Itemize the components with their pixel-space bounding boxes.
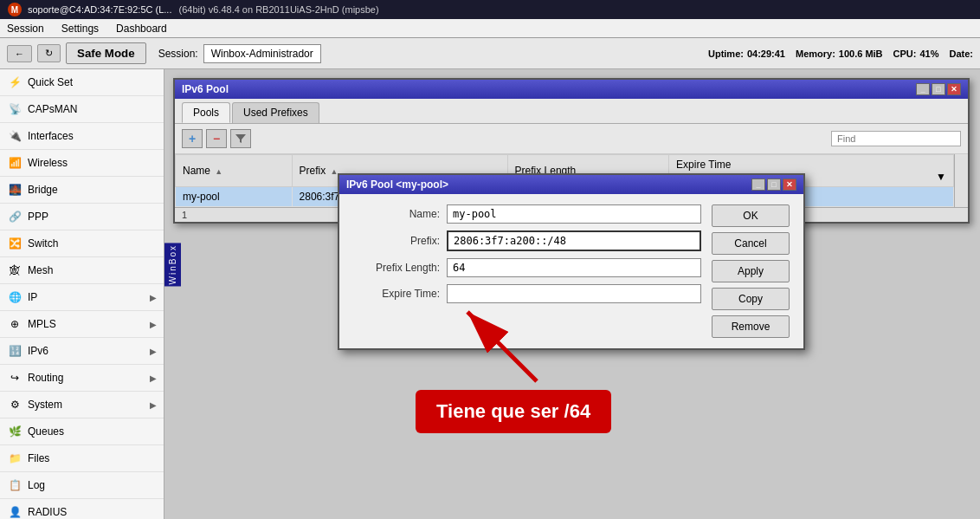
dialog-maximize-button[interactable]: □ [767, 178, 781, 191]
sidebar-label-queues: Queues [28, 425, 64, 438]
safe-mode-button[interactable]: Safe Mode [66, 42, 146, 64]
close-button[interactable]: ✕ [947, 83, 961, 95]
remove-button[interactable]: Remove [712, 315, 790, 338]
dialog-title: IPv6 Pool <my-pool> [346, 178, 448, 191]
name-label: Name: [353, 208, 440, 220]
sidebar-label-ppp: PPP [28, 211, 48, 223]
quick-set-icon: ⚡ [7, 75, 23, 90]
log-icon: 📋 [7, 477, 23, 493]
remove-button[interactable]: − [206, 129, 227, 148]
maximize-button[interactable]: □ [932, 83, 945, 95]
ipv6-pool-titlebar: IPv6 Pool _ □ ✕ [175, 80, 968, 99]
menu-session[interactable]: Session [3, 21, 48, 36]
dialog-minimize-button[interactable]: _ [751, 178, 765, 191]
files-icon: 📁 [7, 451, 23, 466]
tabs-row: Pools Used Prefixes [175, 99, 968, 124]
sidebar-item-quick-set[interactable]: ⚡Quick Set [0, 69, 164, 96]
sidebar-label-switch: Switch [28, 237, 58, 250]
prefix-length-input[interactable] [447, 258, 701, 277]
sidebar-arrow-icon: ▶ [150, 373, 157, 383]
sidebar-item-routing[interactable]: ↪Routing▶ [0, 365, 164, 392]
cell-name: my-pool [176, 187, 293, 207]
minimize-button[interactable]: _ [916, 83, 930, 95]
sidebar-label-ip: IP [28, 291, 37, 303]
prefix-row: Prefix: [353, 230, 701, 251]
sidebar-arrow-icon: ▶ [150, 293, 157, 302]
sidebar-item-mpls[interactable]: ⊕MPLS▶ [0, 311, 164, 338]
prefix-label: Prefix: [353, 235, 440, 247]
sidebar-label-interfaces: Interfaces [28, 130, 74, 142]
sidebar-label-radius: RADIUS [28, 506, 67, 518]
name-input[interactable] [447, 204, 701, 224]
prefix-length-label: Prefix Length: [353, 262, 440, 274]
mpls-icon: ⊕ [7, 316, 23, 332]
session-value: Winbox-Administrador [203, 44, 321, 63]
sidebar-arrow-icon: ▶ [150, 347, 157, 356]
table-scrollbar[interactable] [954, 154, 968, 207]
sidebar-item-mesh[interactable]: 🕸Mesh [0, 257, 164, 284]
sidebar: ⚡Quick Set📡CAPsMAN🔌Interfaces📶Wireless🌉B… [0, 69, 164, 519]
sidebar-item-log[interactable]: 📋Log [0, 472, 164, 499]
table-toolbar: + − [175, 124, 968, 154]
sidebar-item-interfaces[interactable]: 🔌Interfaces [0, 123, 164, 150]
sidebar-label-system: System [28, 399, 62, 411]
winbox-label: WinBox [164, 243, 181, 286]
sidebar-item-radius[interactable]: 👤RADIUS [0, 499, 164, 519]
interfaces-icon: 🔌 [7, 128, 23, 144]
ip-icon: 🌐 [7, 289, 23, 305]
dialog-window-controls: _ □ ✕ [751, 178, 796, 191]
memory-label: Memory: [796, 49, 835, 59]
ok-button[interactable]: OK [712, 204, 790, 227]
tab-pools[interactable]: Pools [182, 102, 230, 123]
menu-settings[interactable]: Settings [58, 21, 102, 36]
sidebar-label-routing: Routing [28, 372, 63, 384]
sidebar-arrow-icon: ▶ [150, 400, 157, 410]
sidebar-item-system[interactable]: ⚙System▶ [0, 392, 164, 418]
dialog-close-button[interactable]: ✕ [783, 178, 796, 191]
forward-button[interactable]: ↻ [37, 44, 61, 62]
menu-bar: Session Settings Dashboard [0, 19, 980, 38]
sidebar-item-wireless[interactable]: 📶Wireless [0, 150, 164, 177]
sidebar-label-ipv6: IPv6 [28, 345, 48, 357]
ipv6-icon: 🔢 [7, 343, 23, 359]
filter-button[interactable] [230, 129, 251, 148]
expire-time-input[interactable] [447, 284, 701, 303]
sidebar-label-capsman: CAPsMAN [28, 103, 77, 115]
mesh-icon: 🕸 [7, 263, 23, 278]
session-label: Session: [158, 48, 198, 60]
app-logo: M [7, 2, 23, 17]
menu-dashboard[interactable]: Dashboard [113, 21, 171, 36]
content-area: IPv6 Pool _ □ ✕ Pools Used Prefixes + − [164, 69, 980, 519]
cancel-button[interactable]: Cancel [712, 232, 790, 255]
find-input[interactable] [831, 131, 961, 146]
prefix-input[interactable] [447, 230, 701, 251]
sidebar-label-wireless: Wireless [28, 157, 68, 169]
cpu-label: CPU: [893, 49, 917, 59]
sidebar-item-queues[interactable]: 🌿Queues [0, 418, 164, 445]
back-button[interactable]: ← [7, 45, 32, 62]
sidebar-item-ipv6[interactable]: 🔢IPv6▶ [0, 338, 164, 365]
sidebar-arrow-icon: ▶ [150, 320, 157, 329]
bridge-icon: 🌉 [7, 182, 23, 198]
col-name: Name ▲ [176, 155, 293, 187]
sidebar-item-ppp[interactable]: 🔗PPP [0, 204, 164, 230]
capsman-icon: 📡 [7, 101, 23, 117]
apply-button[interactable]: Apply [712, 260, 790, 282]
sidebar-item-bridge[interactable]: 🌉Bridge [0, 177, 164, 204]
sidebar-item-files[interactable]: 📁Files [0, 445, 164, 472]
uptime-value: 04:29:41 [747, 49, 785, 59]
sidebar-item-capsman[interactable]: 📡CAPsMAN [0, 96, 164, 123]
add-button[interactable]: + [182, 129, 203, 148]
dialog-form: Name: Prefix: Prefix Length: Expire Time… [353, 204, 701, 338]
top-bar-version: (64bit) v6.48.4 on RB2011UiAS-2HnD (mips… [178, 4, 378, 15]
window-controls: _ □ ✕ [916, 83, 961, 95]
sidebar-item-ip[interactable]: 🌐IP▶ [0, 284, 164, 311]
tab-used-prefixes[interactable]: Used Prefixes [232, 102, 319, 123]
dialog-titlebar: IPv6 Pool <my-pool> _ □ ✕ [339, 175, 803, 194]
queues-icon: 🌿 [7, 424, 23, 439]
dialog-window: IPv6 Pool <my-pool> _ □ ✕ Name: Prefix: [338, 173, 805, 350]
prefix-length-row: Prefix Length: [353, 258, 701, 277]
sidebar-item-switch[interactable]: 🔀Switch [0, 230, 164, 257]
copy-button[interactable]: Copy [712, 288, 790, 310]
ppp-icon: 🔗 [7, 209, 23, 224]
